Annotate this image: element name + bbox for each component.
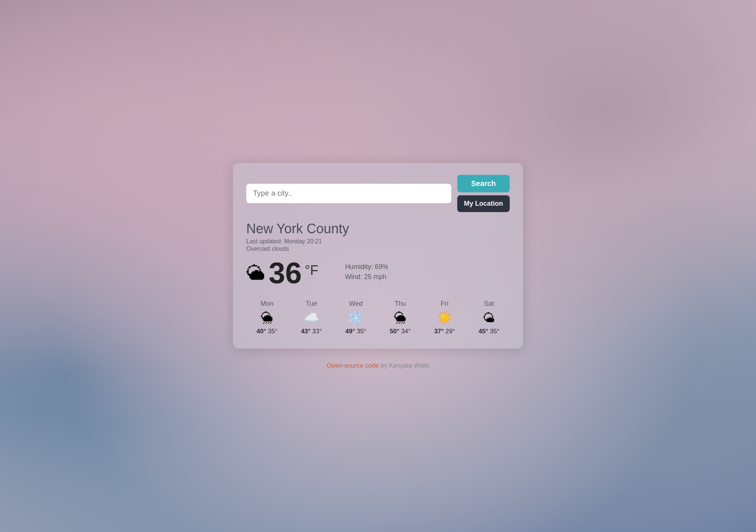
forecast-icon: 🌤 [483,311,495,324]
forecast-high: 49° [345,328,355,335]
forecast-icon: ☀️ [437,311,452,324]
forecast-day: Sat 🌤 45° 35° [468,300,510,335]
forecast-high: 50° [390,328,400,335]
forecast-day: Wed ❄️ 49° 35° [335,300,377,335]
forecast-temps: 50° 34° [390,328,411,335]
forecast-temps: 40° 35° [257,328,278,335]
forecast-icon: 🌦 [261,311,273,324]
condition: Overcast clouds [246,246,510,252]
forecast-day-label: Sat [484,300,494,308]
forecast-icon: ☁️ [304,311,319,324]
search-row: Search My Location [246,175,510,212]
forecast-day-label: Mon [260,300,273,308]
forecast-icon: ❄️ [348,311,363,324]
forecast-temps: 45° 35° [478,328,499,335]
forecast-high: 40° [257,328,266,335]
forecast-day: Thu 🌦 50° 34° [379,300,421,335]
forecast-day: Tue ☁️ 43° 33° [291,300,332,335]
forecast-day-label: Thu [394,300,406,308]
forecast-day-label: Tue [306,300,317,308]
footer: Open-source code by Kenyata Walls [327,362,429,369]
temperature-value: 36 [269,258,302,288]
forecast-icon: 🌦 [394,311,407,324]
weather-card: Search My Location New York County Last … [233,163,523,349]
my-location-button[interactable]: My Location [457,195,510,212]
forecast-high: 45° [478,328,488,335]
wind: Wind: 25 mph [345,273,388,281]
forecast-row: Mon 🌦 40° 35° Tue ☁️ 43° 33° Wed ❄️ 49° … [246,300,510,335]
current-weather: 🌥 36 °F Humidity: 69% Wind: 25 mph [246,258,510,288]
forecast-day: Mon 🌦 40° 35° [246,300,288,335]
temperature-unit: °F [305,263,318,278]
forecast-day-label: Fri [441,300,448,308]
forecast-low: 35° [490,328,500,335]
search-button[interactable]: Search [457,175,510,192]
search-input[interactable] [246,184,451,203]
current-weather-icon: 🌥 [246,263,266,283]
forecast-low: 35° [268,328,278,335]
forecast-temps: 43° 33° [301,328,322,335]
forecast-high: 37° [434,328,444,335]
forecast-day-label: Wed [349,300,363,308]
button-column: Search My Location [457,175,510,212]
forecast-low: 35° [357,328,366,335]
forecast-high: 43° [301,328,311,335]
humidity: Humidity: 69% [345,263,388,271]
city-name: New York County [246,221,510,237]
weather-details: Humidity: 69% Wind: 25 mph [345,263,388,283]
temperature-section: 🌥 36 °F [246,258,318,288]
forecast-temps: 49° 35° [345,328,366,335]
open-source-link[interactable]: Open-source code [327,362,379,369]
last-updated: Last updated: Monday 20:21 [246,238,510,245]
forecast-low: 34° [401,328,411,335]
forecast-temps: 37° 29° [434,328,455,335]
forecast-day: Fri ☀️ 37° 29° [424,300,465,335]
forecast-low: 33° [312,328,322,335]
forecast-low: 29° [445,328,455,335]
footer-suffix: by Kenyata Walls [379,362,429,369]
